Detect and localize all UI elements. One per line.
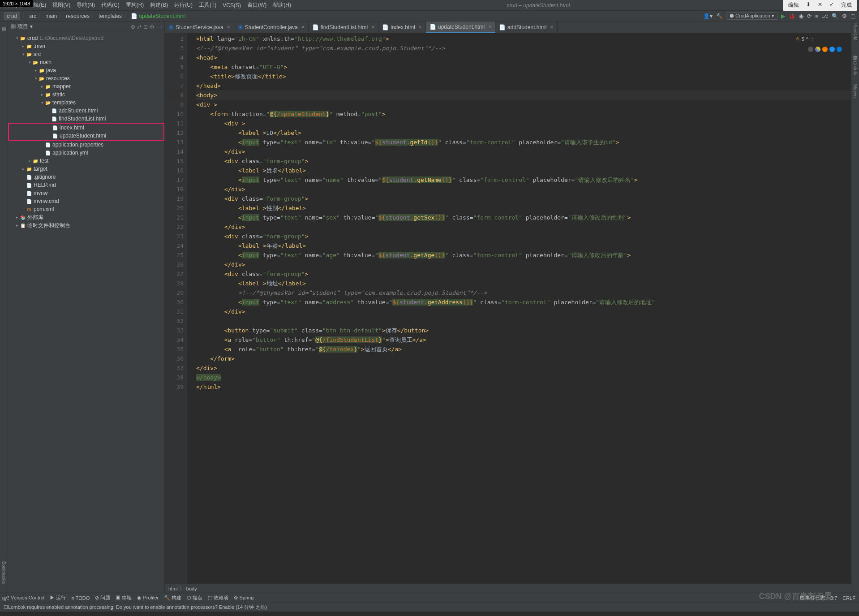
tree-item[interactable]: 📄updateStudent.html	[9, 132, 163, 140]
menu-code[interactable]: 代码(C)	[99, 0, 122, 10]
spring-button[interactable]: ✿ Spring	[234, 595, 253, 601]
done-button[interactable]: 完成	[838, 0, 855, 10]
close-tab-icon[interactable]: ×	[550, 24, 553, 30]
tree-item[interactable]: ▾📂templates	[8, 99, 164, 107]
build-button[interactable]: 🔨 构建	[164, 594, 181, 601]
editor-tab[interactable]: ●StudentController.java×	[234, 22, 309, 33]
project-tree[interactable]: ▾📂crudE:\Documets\Desktop\crud▸📁.mvn▾📂sr…	[8, 32, 164, 593]
tree-item[interactable]: ▾📂main	[8, 58, 164, 66]
settings-icon[interactable]: ⚙	[842, 13, 847, 19]
tree-item[interactable]: 📄HELP.md	[8, 181, 164, 189]
menu-window[interactable]: 窗口(W)	[245, 0, 269, 10]
firefox-icon[interactable]	[822, 47, 828, 52]
close-icon[interactable]: ✕	[815, 0, 825, 10]
tree-item[interactable]: 📄addStudent.html	[8, 107, 164, 115]
editor-tab[interactable]: 📄index.html×	[378, 22, 426, 33]
tree-item[interactable]: ▸📁target	[8, 165, 164, 173]
breadcrumb[interactable]: crud	[4, 12, 20, 20]
menu-navigate[interactable]: 导航(N)	[74, 0, 98, 10]
run-icon[interactable]: ▶	[781, 13, 785, 19]
tree-item[interactable]: 📄mvnw.cmd	[8, 197, 164, 205]
tree-item[interactable]: ▸📚外部库	[8, 213, 164, 221]
profile-icon[interactable]: ⟳	[807, 13, 812, 19]
tree-item[interactable]: ▾📂resources	[8, 74, 164, 82]
tree-item[interactable]: ▸📁test	[8, 157, 164, 165]
analysis-badge[interactable]: ⚠5 ^⋮	[795, 36, 815, 42]
tree-item[interactable]: 📄application.properties	[8, 141, 164, 149]
endpoints-button[interactable]: ⬡ 端点	[187, 594, 202, 601]
check-icon[interactable]: ✓	[827, 0, 837, 10]
search-icon[interactable]: 🔍	[832, 13, 838, 19]
tree-item[interactable]: 📄.gitignore	[8, 173, 164, 181]
browser-icon[interactable]	[808, 47, 813, 52]
breadcrumb[interactable]: main	[45, 13, 57, 19]
chrome-icon[interactable]	[815, 47, 820, 52]
menu-build[interactable]: 构建(B)	[147, 0, 171, 10]
tree-item[interactable]: ▸📁java	[8, 66, 164, 74]
menu-run[interactable]: 运行(U)	[172, 0, 195, 10]
tree-item[interactable]: 📄findStudentList.html	[8, 115, 164, 123]
debug-icon[interactable]: 🐞	[789, 13, 795, 19]
expand-all-icon[interactable]: ⇄	[137, 24, 142, 30]
close-tab-icon[interactable]: ×	[301, 24, 305, 30]
tree-item[interactable]: 📄index.html	[9, 124, 163, 132]
plantuml-tool-button[interactable]: PlantUML	[853, 23, 858, 43]
deps-button[interactable]: ⬚ 依赖项	[208, 594, 228, 601]
menu-tools[interactable]: 工具(T)	[196, 0, 219, 10]
git-icon[interactable]: ⎇	[822, 13, 828, 19]
close-tab-icon[interactable]: ×	[227, 24, 230, 30]
todo-button[interactable]: ≡ TODO	[71, 595, 90, 601]
menu-refactor[interactable]: 重构(R)	[123, 0, 147, 10]
stop-icon[interactable]: ■	[815, 13, 818, 19]
code-editor[interactable]: <html lang="zh-CN" xmlns:th="http://www.…	[187, 33, 851, 584]
user-icon[interactable]: 👤▾	[703, 13, 713, 19]
menu-view[interactable]: 视图(V)	[50, 0, 73, 10]
tree-item[interactable]: ▸📁static	[8, 90, 164, 99]
tree-item[interactable]: ▸📁.mvn	[8, 42, 164, 50]
editor-tab[interactable]: 📄addStudent.html×	[495, 22, 557, 33]
close-tab-icon[interactable]: ×	[371, 24, 374, 30]
run-button[interactable]: ▶ 运行	[50, 594, 66, 601]
terminal-button[interactable]: ▣ 终端	[116, 594, 132, 601]
close-tab-icon[interactable]: ×	[419, 24, 422, 30]
close-tab-icon[interactable]: ×	[488, 24, 491, 30]
safari-icon[interactable]	[829, 47, 835, 52]
tree-item[interactable]: mpom.xml	[8, 205, 164, 213]
breadcrumb[interactable]: resources	[66, 13, 90, 19]
notification-bar[interactable]: ☐ Lombok requires enabled annotation pro…	[0, 603, 859, 612]
hammer-icon[interactable]: 🔨	[716, 13, 723, 19]
editor-tab[interactable]: ●StudentService.java×	[165, 22, 234, 33]
editor-tab[interactable]: 📄updateStudent.html×	[426, 22, 495, 33]
coverage-icon[interactable]: ◉	[799, 13, 803, 19]
maven-tool-button[interactable]: Maven	[853, 84, 858, 98]
line-separator[interactable]: CRLF	[842, 595, 855, 601]
edge-icon[interactable]	[837, 47, 842, 52]
download-icon[interactable]: ⬇	[803, 0, 813, 10]
run-config-selector[interactable]: ⬢ CrudApplication ▾	[726, 12, 777, 20]
tree-item[interactable]: ▸📁mapper	[8, 82, 164, 90]
breadcrumb[interactable]: 📄 updateStudent.html	[131, 13, 185, 19]
hide-icon[interactable]: —	[156, 24, 162, 30]
select-opened-icon[interactable]: ⊕	[131, 24, 135, 30]
codota-tool-button[interactable]: Codota	[853, 61, 858, 75]
version-control-button[interactable]: ⎇ Version Control	[4, 595, 44, 601]
tree-item[interactable]: 📄application.yml	[8, 149, 164, 157]
breadcrumb[interactable]: templates	[99, 13, 122, 19]
settings-icon[interactable]: ⚙	[150, 24, 155, 30]
menu-vcs[interactable]: VCS(S)	[220, 1, 244, 9]
breadcrumb[interactable]: src	[29, 13, 36, 19]
tree-item[interactable]: ▾📂src	[8, 50, 164, 58]
problems-button[interactable]: ⊘ 问题	[95, 594, 110, 601]
crumb[interactable]: html	[168, 586, 178, 591]
tree-item[interactable]: 📄mvnw	[8, 189, 164, 197]
tree-item[interactable]: ▾📂crudE:\Documets\Desktop\crud	[8, 34, 164, 42]
edit-button[interactable]: 编辑	[786, 0, 802, 10]
menu-help[interactable]: 帮助(H)	[270, 0, 294, 10]
profiler-button[interactable]: ◉ Profiler	[137, 595, 159, 601]
crumb[interactable]: body	[186, 586, 197, 591]
more-icon[interactable]: ⬚	[850, 13, 855, 19]
bookmarks-tool-button[interactable]: Bookmarks	[1, 561, 6, 584]
tree-item[interactable]: ▸📋临时文件和控制台	[8, 221, 164, 229]
editor-tab[interactable]: 📄findStudentList.html×	[309, 22, 378, 33]
collapse-icon[interactable]: ⊟	[143, 24, 148, 30]
